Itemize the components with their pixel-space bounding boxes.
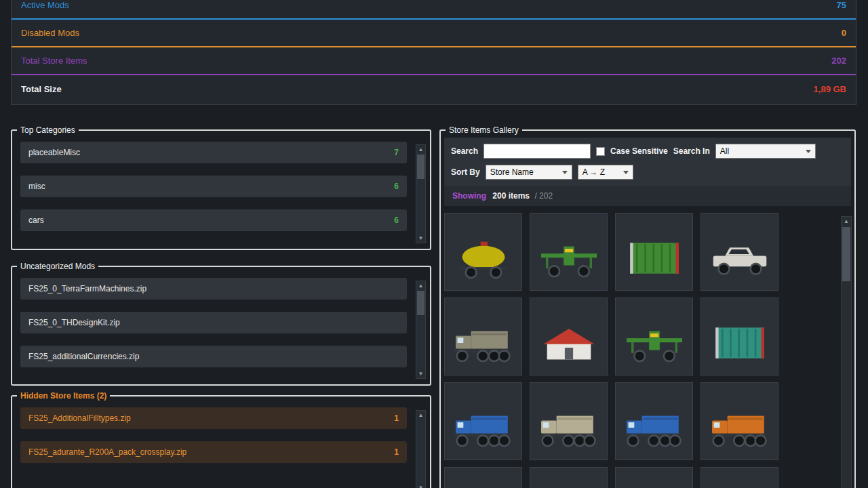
store-item-red-roof-farm-building[interactable] xyxy=(530,298,608,375)
hidden-store-items-groupbox: Hidden Store Items (2) FS25_AdditionalFi… xyxy=(11,391,431,488)
list-item-placeablemisc[interactable]: placeableMisc7 xyxy=(20,142,407,163)
scroll-down-icon[interactable]: ▼ xyxy=(416,234,425,243)
hidden-store-items-list: FS25_AdditionalFilltypes.zip1FS25_aduran… xyxy=(20,407,407,463)
top-categories-groupbox: Top Categories placeableMisc7misc6cars6 … xyxy=(11,125,431,250)
store-item-teal-storage-container[interactable] xyxy=(701,298,778,375)
status-total-count: / 202 xyxy=(534,191,553,201)
search-in-selected-value: All xyxy=(720,146,729,156)
search-input[interactable] xyxy=(484,144,591,159)
stat-value: 0 xyxy=(842,28,846,38)
item-name: FS25_0_THDesignKit.zip xyxy=(28,318,120,327)
list-item-fs25-0-terrafarmmachines-zip[interactable]: FS25_0_TerraFarmMachines.zip xyxy=(20,278,407,300)
item-name: FS25_additionalCurrencies.zip xyxy=(28,352,139,361)
item-name: placeableMisc xyxy=(28,148,80,157)
uncategorized-mods-title: Uncategorized Mods xyxy=(17,262,98,271)
total-size-label: Total Size xyxy=(21,84,62,94)
case-sensitive-label: Case Sensitive xyxy=(610,146,668,156)
store-item-store-item-partial-2[interactable] xyxy=(530,467,608,488)
store-item-blue-dump-truck[interactable] xyxy=(615,382,693,460)
scroll-thumb[interactable] xyxy=(417,155,425,179)
list-item-fs25-adurante-r200a-pack-crossplay-zip[interactable]: FS25_adurante_R200A_pack_crossplay.zip1 xyxy=(20,441,407,463)
item-name: FS25_adurante_R200A_pack_crossplay.zip xyxy=(28,447,186,457)
sort-direction-dropdown[interactable]: A → Z xyxy=(578,165,633,180)
stat-row-active-mods: Active Mods75 xyxy=(12,0,856,20)
store-items-grid xyxy=(444,213,851,488)
item-count: 6 xyxy=(394,216,399,225)
sort-by-label: Sort By xyxy=(451,167,480,177)
store-item-green-field-sprayer[interactable] xyxy=(530,213,608,291)
store-item-blue-logging-truck[interactable] xyxy=(444,382,522,460)
truck-thumbnail xyxy=(622,401,687,454)
item-count: 6 xyxy=(394,182,399,191)
top-categories-list: placeableMisc7misc6cars6 xyxy=(20,142,407,231)
pickup-thumbnail xyxy=(707,232,772,285)
top-categories-scrollbar[interactable]: ▲ ▼ xyxy=(416,144,426,243)
list-item-fs25-0-thdesignkit-zip[interactable]: FS25_0_THDesignKit.zip xyxy=(20,312,407,333)
store-item-green-shipping-container[interactable] xyxy=(615,213,693,291)
store-item-green-auger-hopper[interactable] xyxy=(615,298,693,375)
store-item-store-item-partial-3[interactable] xyxy=(615,467,693,488)
scroll-down-icon[interactable]: ▼ xyxy=(416,483,425,488)
item-name: FS25_AdditionalFilltypes.zip xyxy=(28,413,131,423)
stat-value: 75 xyxy=(837,0,846,10)
search-label: Search xyxy=(451,146,478,156)
scroll-thumb[interactable] xyxy=(842,227,850,281)
item-name: cars xyxy=(28,216,44,225)
stat-label: Disabled Mods xyxy=(21,28,79,38)
search-in-dropdown[interactable]: All xyxy=(715,144,816,159)
sort-direction-selected-value: A → Z xyxy=(583,167,605,177)
case-sensitive-checkbox[interactable] xyxy=(596,147,605,156)
list-item-misc[interactable]: misc6 xyxy=(20,176,407,197)
stat-label: Total Store Items xyxy=(21,56,87,66)
store-item-military-flatbed-truck[interactable] xyxy=(444,298,522,375)
item-count: 1 xyxy=(394,413,399,423)
stats-rows: Active Mods75Disabled Mods0Total Store I… xyxy=(12,0,856,75)
scroll-up-icon[interactable]: ▲ xyxy=(416,145,425,154)
implement-thumbnail xyxy=(536,232,601,285)
hidden-store-items-title: Hidden Store Items (2) xyxy=(17,391,110,401)
implement-thumbnail xyxy=(622,317,687,369)
search-in-label: Search In xyxy=(673,146,710,156)
scroll-up-icon[interactable]: ▲ xyxy=(416,411,425,420)
container-thumbnail xyxy=(622,232,687,285)
store-item-tan-military-truck[interactable] xyxy=(530,382,608,460)
store-item-white-pickup-truck[interactable] xyxy=(701,213,778,291)
list-item-fs25-additionalcurrencies-zip[interactable]: FS25_additionalCurrencies.zip xyxy=(20,346,407,367)
store-item-yellow-slurry-tanker[interactable] xyxy=(444,213,522,291)
stat-row-disabled-mods: Disabled Mods0 xyxy=(12,20,856,47)
stat-row-total-store-items: Total Store Items202 xyxy=(12,47,856,75)
list-item-cars[interactable]: cars6 xyxy=(20,209,407,231)
truck-thumbnail xyxy=(707,401,772,454)
stat-label: Active Mods xyxy=(21,0,69,10)
store-item-store-item-partial-4[interactable] xyxy=(701,467,778,488)
item-count: 1 xyxy=(394,447,399,457)
uncategorized-mods-list: FS25_0_TerraFarmMachines.zipFS25_0_THDes… xyxy=(20,278,407,367)
status-showing-label: Showing xyxy=(452,191,486,201)
gallery-toolbar: Search Case Sensitive Search In All Sort… xyxy=(444,138,851,186)
stats-panel: Active Mods75Disabled Mods0Total Store I… xyxy=(11,0,856,105)
tanker-thumbnail xyxy=(451,232,516,285)
uncategorized-scrollbar[interactable]: ▲ ▼ xyxy=(416,281,426,379)
stat-row-total-size: Total Size 1,89 GB xyxy=(12,75,856,103)
sort-by-selected-value: Store Name xyxy=(490,167,534,177)
truck-thumbnail xyxy=(536,401,601,454)
chevron-down-icon xyxy=(806,150,811,153)
mod-manager-window: Active Mods75Disabled Mods0Total Store I… xyxy=(0,0,868,488)
scroll-thumb[interactable] xyxy=(417,291,425,315)
scroll-down-icon[interactable]: ▼ xyxy=(416,369,425,378)
store-item-store-item-partial-1[interactable] xyxy=(444,467,522,488)
sort-by-dropdown[interactable]: Store Name xyxy=(486,165,572,180)
gallery-scrollbar[interactable]: ▲ ▼ xyxy=(841,216,852,488)
gallery-status-bar: Showing 200 items / 202 xyxy=(444,186,851,206)
scroll-up-icon[interactable]: ▲ xyxy=(842,217,851,226)
list-item-fs25-additionalfilltypes-zip[interactable]: FS25_AdditionalFilltypes.zip1 xyxy=(20,407,407,429)
scroll-up-icon[interactable]: ▲ xyxy=(416,281,425,290)
hidden-items-scrollbar[interactable]: ▲ ▼ xyxy=(416,410,426,488)
top-categories-title: Top Categories xyxy=(17,125,79,135)
status-item-count: 200 items xyxy=(492,191,530,201)
item-name: misc xyxy=(28,182,45,191)
store-item-blue-truck-orange-bed[interactable] xyxy=(701,382,778,460)
truck-thumbnail xyxy=(451,317,516,369)
building-thumbnail xyxy=(536,317,601,369)
store-items-gallery-groupbox: Store Items Gallery Search Case Sensitiv… xyxy=(439,125,856,488)
